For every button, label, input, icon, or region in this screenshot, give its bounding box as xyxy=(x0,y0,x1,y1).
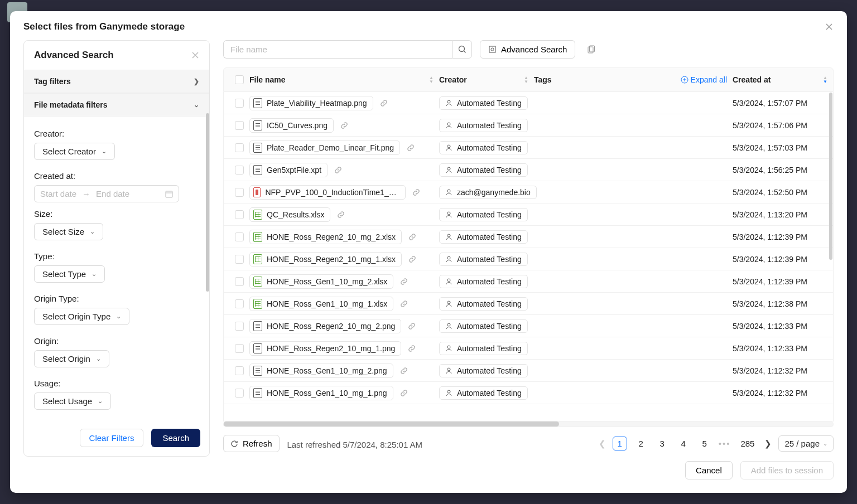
refresh-button[interactable]: Refresh xyxy=(223,435,280,452)
scrollbar-thumb[interactable] xyxy=(829,93,832,260)
creator-chip[interactable]: Automated Testing xyxy=(439,141,528,154)
file-chip[interactable]: HONE_Ross_Regen2_10_mg_1.xlsx xyxy=(249,252,402,266)
creator-chip[interactable]: Automated Testing xyxy=(439,319,528,333)
table-row[interactable]: HONE_Ross_Gen1_10_mg_2.pngAutomated Test… xyxy=(224,360,833,382)
creator-chip[interactable]: Automated Testing xyxy=(439,342,528,355)
col-created-at[interactable]: Created at ▲▼ xyxy=(733,75,827,84)
link-icon[interactable] xyxy=(407,144,415,152)
row-checkbox[interactable] xyxy=(235,299,244,308)
creator-chip[interactable]: zach@ganymede.bio xyxy=(439,186,537,199)
col-creator[interactable]: Creator ▲▼ xyxy=(439,75,534,84)
select-all-checkbox[interactable] xyxy=(235,75,244,84)
panel-close-icon[interactable] xyxy=(191,51,199,59)
page-size-select[interactable]: 25 / page ⌄ xyxy=(778,435,834,452)
row-checkbox[interactable] xyxy=(235,166,244,175)
advanced-search-button[interactable]: Advanced Search xyxy=(480,40,575,59)
table-row[interactable]: Gen5xptFile.xptAutomated Testing5/3/2024… xyxy=(224,159,833,181)
link-icon[interactable] xyxy=(412,188,420,196)
select-type-button[interactable]: Select Type⌄ xyxy=(34,265,105,283)
copy-icon[interactable] xyxy=(583,42,599,57)
link-icon[interactable] xyxy=(337,211,345,219)
creator-chip[interactable]: Automated Testing xyxy=(439,230,528,244)
table-row[interactable]: NFP_PVP_100_0_InductionTime1_At_100C_...… xyxy=(224,181,833,203)
file-chip[interactable]: HONE_Ross_Gen1_10_mg_2.xlsx xyxy=(249,274,393,289)
select-usage-button[interactable]: Select Usage⌄ xyxy=(34,392,111,410)
row-checkbox[interactable] xyxy=(235,255,244,264)
row-checkbox[interactable] xyxy=(235,99,244,108)
row-checkbox[interactable] xyxy=(235,389,244,398)
scrollbar-thumb[interactable] xyxy=(206,113,209,292)
close-icon[interactable] xyxy=(825,22,834,31)
file-chip[interactable]: HONE_Ross_Gen1_10_mg_2.png xyxy=(249,364,393,378)
created-at-range[interactable]: Start date → End date xyxy=(34,185,179,202)
row-checkbox[interactable] xyxy=(235,143,244,152)
link-icon[interactable] xyxy=(380,99,388,107)
horizontal-scrollbar[interactable] xyxy=(223,421,834,427)
table-row[interactable]: IC50_Curves.pngAutomated Testing5/3/2024… xyxy=(224,114,833,137)
creator-chip[interactable]: Automated Testing xyxy=(439,208,528,221)
cancel-button[interactable]: Cancel xyxy=(685,461,733,479)
filename-search-input[interactable] xyxy=(223,40,452,59)
row-checkbox[interactable] xyxy=(235,344,244,353)
table-row[interactable]: HONE_Ross_Gen1_10_mg_1.pngAutomated Test… xyxy=(224,382,833,404)
link-icon[interactable] xyxy=(340,122,348,129)
link-icon[interactable] xyxy=(408,322,416,330)
table-row[interactable]: HONE_Ross_Regen2_10_mg_1.pngAutomated Te… xyxy=(224,337,833,360)
link-icon[interactable] xyxy=(400,367,408,375)
next-page-button[interactable]: ❯ xyxy=(764,439,772,449)
tag-filters-header[interactable]: Tag filters ❯ xyxy=(24,70,209,93)
page-3[interactable]: 3 xyxy=(655,437,670,450)
creator-chip[interactable]: Automated Testing xyxy=(439,163,528,177)
creator-chip[interactable]: Automated Testing xyxy=(439,119,528,132)
row-checkbox[interactable] xyxy=(235,366,244,375)
file-chip[interactable]: HONE_Ross_Gen1_10_mg_1.png xyxy=(249,386,393,400)
file-chip[interactable]: IC50_Curves.png xyxy=(249,118,334,133)
file-chip[interactable]: Plate_Reader_Demo_Linear_Fit.png xyxy=(249,140,400,155)
table-row[interactable]: Plate_Reader_Demo_Linear_Fit.pngAutomate… xyxy=(224,137,833,159)
pagination-ellipsis[interactable]: ••• xyxy=(719,439,731,448)
page-4[interactable]: 4 xyxy=(676,437,691,450)
creator-chip[interactable]: Automated Testing xyxy=(439,96,528,110)
row-checkbox[interactable] xyxy=(235,277,244,286)
link-icon[interactable] xyxy=(334,166,342,174)
row-checkbox[interactable] xyxy=(235,121,244,130)
page-5[interactable]: 5 xyxy=(697,437,712,450)
link-icon[interactable] xyxy=(408,255,416,263)
file-metadata-header[interactable]: File metadata filters ⌄ xyxy=(24,93,209,117)
table-row[interactable]: QC_Results.xlsxAutomated Testing5/3/2024… xyxy=(224,203,833,226)
creator-chip[interactable]: Automated Testing xyxy=(439,364,528,377)
add-files-button[interactable]: Add files to session xyxy=(740,461,834,479)
table-row[interactable]: HONE_Ross_Regen2_10_mg_1.xlsxAutomated T… xyxy=(224,248,833,270)
row-checkbox[interactable] xyxy=(235,232,244,241)
table-row[interactable]: HONE_Ross_Regen2_10_mg_2.pngAutomated Te… xyxy=(224,315,833,337)
table-row[interactable]: HONE_Ross_Gen1_10_mg_2.xlsxAutomated Tes… xyxy=(224,270,833,293)
file-chip[interactable]: HONE_Ross_Regen2_10_mg_1.png xyxy=(249,341,401,356)
page-last[interactable]: 285 xyxy=(737,437,758,450)
link-icon[interactable] xyxy=(400,278,408,285)
creator-chip[interactable]: Automated Testing xyxy=(439,297,528,311)
expand-all-button[interactable]: Expand all xyxy=(681,75,727,84)
search-icon-button[interactable] xyxy=(452,40,472,59)
file-chip[interactable]: HONE_Ross_Regen2_10_mg_2.png xyxy=(249,319,401,333)
select-origin-button[interactable]: Select Origin⌄ xyxy=(34,350,109,367)
file-chip[interactable]: HONE_Ross_Regen2_10_mg_2.xlsx xyxy=(249,230,402,244)
prev-page-button[interactable]: ❮ xyxy=(599,439,606,449)
table-row[interactable]: HONE_Ross_Gen1_10_mg_1.xlsxAutomated Tes… xyxy=(224,293,833,315)
link-icon[interactable] xyxy=(400,300,408,308)
col-filename[interactable]: File name ▲▼ xyxy=(249,75,439,84)
clear-filters-button[interactable]: Clear Filters xyxy=(80,429,144,447)
row-checkbox[interactable] xyxy=(235,210,244,219)
creator-chip[interactable]: Automated Testing xyxy=(439,275,528,288)
select-origin-type-button[interactable]: Select Origin Type⌄ xyxy=(34,308,129,325)
file-chip[interactable]: Plate_Viability_Heatmap.png xyxy=(249,96,373,110)
select-size-button[interactable]: Select Size⌄ xyxy=(34,223,103,240)
table-row[interactable]: HONE_Ross_Regen2_10_mg_2.xlsxAutomated T… xyxy=(224,226,833,248)
file-chip[interactable]: QC_Results.xlsx xyxy=(249,207,330,222)
row-checkbox[interactable] xyxy=(235,322,244,331)
link-icon[interactable] xyxy=(400,389,408,397)
link-icon[interactable] xyxy=(408,233,416,241)
page-1[interactable]: 1 xyxy=(613,437,627,450)
page-2[interactable]: 2 xyxy=(634,437,648,450)
select-creator-button[interactable]: Select Creator⌄ xyxy=(34,143,115,160)
file-chip[interactable]: HONE_Ross_Gen1_10_mg_1.xlsx xyxy=(249,297,393,311)
